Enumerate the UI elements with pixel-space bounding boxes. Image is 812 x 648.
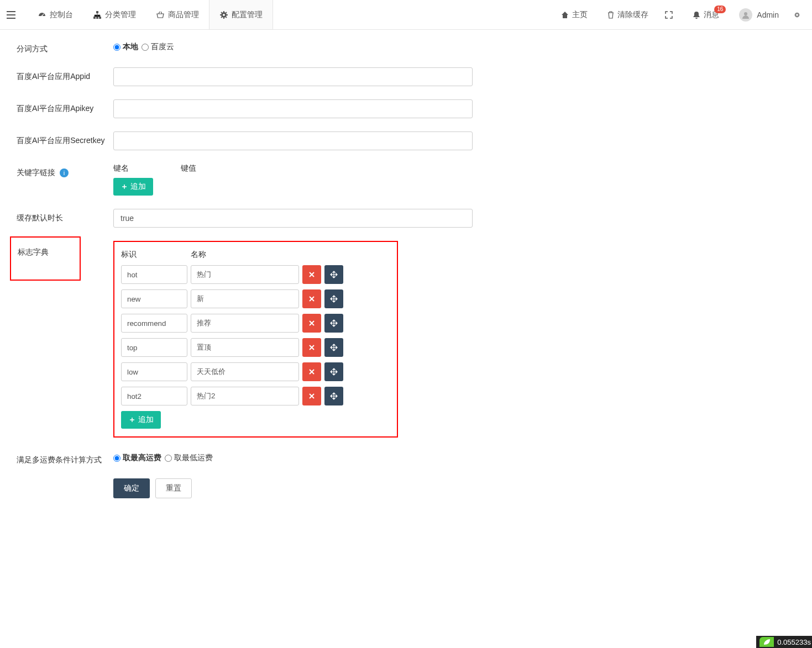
dict-key-input[interactable] — [121, 314, 187, 333]
plus-icon: ＋ — [121, 182, 128, 192]
plus-icon: ＋ — [128, 415, 136, 425]
dict-val-input[interactable] — [191, 362, 299, 381]
svg-point-9 — [796, 14, 798, 16]
nav-dashboard[interactable]: 控制台 — [28, 0, 83, 29]
dict-val-input[interactable] — [191, 314, 299, 333]
dict-key-input[interactable] — [121, 265, 187, 284]
append-keyword-button[interactable]: ＋追加 — [113, 178, 153, 196]
appid-label: 百度AI平台应用Appid — [17, 67, 113, 86]
dict-key-input[interactable] — [121, 289, 187, 308]
nav-category[interactable]: 分类管理 — [83, 0, 146, 29]
nav-config[interactable]: 配置管理 — [209, 0, 273, 29]
delete-row-button[interactable] — [302, 362, 321, 381]
move-row-button[interactable] — [324, 289, 343, 308]
dict-key-input[interactable] — [121, 387, 187, 405]
nav-label: 控制台 — [50, 10, 73, 20]
shipping-label: 满足多运费条件计算方式 — [17, 451, 113, 465]
key-name-header: 键名 — [113, 164, 181, 173]
info-icon[interactable]: i — [60, 168, 69, 177]
move-row-button[interactable] — [324, 314, 343, 333]
svg-point-6 — [223, 14, 225, 16]
svg-point-7 — [744, 12, 747, 15]
move-row-button[interactable] — [324, 338, 343, 357]
close-icon — [308, 344, 315, 351]
cache-ttl-input[interactable] — [113, 209, 473, 228]
secretkey-label: 百度AI平台应用Secretkey — [17, 131, 113, 150]
avatar-icon — [739, 8, 752, 22]
svg-rect-4 — [99, 17, 101, 19]
key-value-header: 键值 — [181, 164, 291, 173]
svg-rect-2 — [93, 17, 96, 19]
nav-home[interactable]: 主页 — [551, 0, 598, 29]
seg-radio-baidu[interactable]: 百度云 — [142, 42, 174, 52]
move-icon — [330, 271, 338, 278]
nav-label: 分类管理 — [105, 10, 136, 20]
append-dict-button[interactable]: ＋追加 — [121, 411, 161, 429]
dict-row — [121, 338, 390, 357]
basket-icon — [156, 10, 165, 19]
delete-row-button[interactable] — [302, 314, 321, 333]
nav-clear-cache[interactable]: 清除缓存 — [598, 0, 658, 29]
move-row-button[interactable] — [324, 387, 343, 405]
seg-label: 分词方式 — [17, 40, 113, 54]
move-row-button[interactable] — [324, 265, 343, 284]
shipping-radio-low[interactable]: 取最低运费 — [165, 453, 213, 463]
settings-gear-icon[interactable] — [789, 11, 805, 19]
delete-row-button[interactable] — [302, 289, 321, 308]
close-icon — [308, 368, 315, 375]
dict-row — [121, 265, 390, 284]
dict-val-input[interactable] — [191, 338, 299, 357]
delete-row-button[interactable] — [302, 338, 321, 357]
cache-ttl-label: 缓存默认时长 — [17, 209, 113, 228]
dict-key-input[interactable] — [121, 362, 187, 381]
submit-button[interactable]: 确定 — [113, 478, 150, 498]
move-icon — [330, 295, 338, 303]
dict-row — [121, 387, 390, 405]
dashboard-icon — [38, 10, 46, 19]
seg-radio-local[interactable]: 本地 — [113, 42, 138, 52]
messages-badge: 16 — [714, 6, 726, 13]
dict-label: 标志字典 — [10, 236, 81, 281]
close-icon — [308, 320, 315, 326]
top-navbar: 控制台 分类管理 商品管理 配置管理 主页 清除缓存 消息 16 — [0, 0, 812, 30]
close-icon — [308, 271, 315, 278]
keyword-link-label: 关键字链接 i — [17, 164, 113, 196]
trash-icon — [607, 11, 614, 19]
nav-label: 清除缓存 — [617, 10, 648, 20]
move-row-button[interactable] — [324, 362, 343, 381]
apikey-input[interactable] — [113, 99, 473, 118]
shipping-radio-high[interactable]: 取最高运费 — [113, 453, 161, 463]
delete-row-button[interactable] — [302, 265, 321, 284]
svg-rect-3 — [96, 17, 98, 19]
dict-key-header: 标识 — [121, 250, 191, 260]
nav-products[interactable]: 商品管理 — [146, 0, 209, 29]
apikey-label: 百度AI平台应用Apikey — [17, 99, 113, 118]
dict-val-input[interactable] — [191, 265, 299, 284]
move-icon — [330, 319, 338, 327]
dict-val-header: 名称 — [191, 250, 299, 260]
gear-icon — [219, 10, 228, 19]
delete-row-button[interactable] — [302, 387, 321, 405]
nav-messages[interactable]: 消息 16 — [683, 0, 729, 29]
nav-user[interactable]: Admin — [729, 0, 789, 29]
move-icon — [330, 344, 338, 351]
close-icon — [308, 393, 315, 399]
nav-fullscreen[interactable] — [658, 0, 683, 29]
dict-row — [121, 362, 390, 381]
appid-input[interactable] — [113, 67, 473, 86]
dict-val-input[interactable] — [191, 387, 299, 405]
close-icon — [308, 296, 315, 302]
dict-val-input[interactable] — [191, 289, 299, 308]
bell-icon — [693, 11, 700, 19]
nav-label: 配置管理 — [232, 10, 263, 20]
reset-button[interactable]: 重置 — [155, 478, 192, 498]
dict-key-input[interactable] — [121, 338, 187, 357]
svg-rect-1 — [96, 11, 98, 13]
expand-icon — [665, 11, 673, 19]
move-icon — [330, 368, 338, 376]
form-content: 分词方式 本地 百度云 百度AI平台应用Appid 百度AI平台应用Apikey… — [0, 30, 812, 521]
sitemap-icon — [93, 10, 102, 19]
username: Admin — [757, 10, 779, 19]
secretkey-input[interactable] — [113, 131, 473, 150]
menu-toggle-icon[interactable] — [7, 11, 28, 19]
